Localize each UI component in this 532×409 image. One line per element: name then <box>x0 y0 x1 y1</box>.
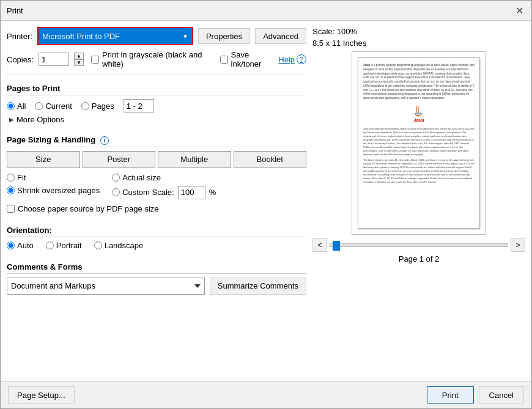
booklet-button[interactable]: Booklet <box>234 151 307 168</box>
copies-down[interactable]: ▼ <box>74 59 84 66</box>
pages-radio[interactable] <box>81 102 89 110</box>
copies-label: Copies: <box>7 55 34 64</box>
nav-slider[interactable] <box>330 243 508 247</box>
dialog-content: Printer: Microsoft Print to PDF ▼ Proper… <box>1 21 531 381</box>
nav-row: < > <box>312 238 525 252</box>
copies-spinner: ▲ ▼ <box>74 53 84 66</box>
pages-title: Pages to Print <box>7 84 306 95</box>
fit-radio[interactable] <box>7 174 15 182</box>
comments-forms-section: Comments & Forms Document and Markups Do… <box>7 260 306 295</box>
paper-source-label[interactable]: Choose paper source by PDF page size <box>7 204 306 213</box>
help-icon: ? <box>297 54 306 64</box>
scale-text: Scale: 100% <box>312 27 357 36</box>
summarize-comments-button[interactable]: Summarize Comments <box>210 278 306 295</box>
pages-radio-label[interactable]: Pages <box>81 101 114 111</box>
copies-row: ▲ ▼ <box>39 53 84 66</box>
java-text-logo: Java <box>413 117 424 123</box>
grayscale-label[interactable]: Print in grayscale (black and white) <box>91 50 207 68</box>
landscape-radio[interactable] <box>94 241 102 249</box>
copies-up[interactable]: ▲ <box>74 53 84 59</box>
current-radio[interactable] <box>35 102 43 110</box>
shrink-radio-label[interactable]: Shrink oversized pages <box>7 186 100 195</box>
orientation-section: Orientation: Auto Portrait Landscape <box>7 223 306 250</box>
divider-1 <box>7 75 306 75</box>
actual-size-radio-label[interactable]: Actual size <box>112 173 216 182</box>
comments-forms-select[interactable]: Document and Markups Document Document a… <box>7 278 205 295</box>
page-setup-button[interactable]: Page Setup... <box>8 386 75 403</box>
fit-radio-label[interactable]: Fit <box>7 173 100 182</box>
right-panel: Scale: 100% 8.5 x 11 Inches Java is a ge… <box>312 27 525 375</box>
custom-scale-radio-label[interactable]: Custom Scale: <box>112 188 174 197</box>
custom-scale-input[interactable] <box>178 186 205 199</box>
printer-label: Printer: <box>7 32 32 41</box>
paper-source: Choose paper source by PDF page size <box>7 204 306 213</box>
left-panel: Printer: Microsoft Print to PDF ▼ Proper… <box>7 27 306 375</box>
help-link[interactable]: Help ? <box>278 54 306 64</box>
printer-select[interactable]: Microsoft Print to PDF <box>39 28 179 44</box>
custom-scale-radio[interactable] <box>112 188 120 196</box>
auto-radio[interactable] <box>7 241 15 249</box>
cf-row: Document and Markups Document Document a… <box>7 278 306 295</box>
pages-range-input[interactable] <box>124 99 154 112</box>
printer-dropdown-arrow[interactable]: ▼ <box>179 28 192 44</box>
custom-scale-row: Custom Scale: % <box>112 186 216 199</box>
nav-thumb <box>333 241 340 251</box>
java-cup-icon <box>412 105 426 117</box>
bottom-bar: Page Setup... Print Cancel <box>1 381 531 408</box>
preview-container: Java is a general-purpose programming la… <box>352 51 486 235</box>
java-logo: Java <box>363 105 475 123</box>
multiple-button[interactable]: Multiple <box>158 151 231 168</box>
dialog-title: Print <box>7 6 23 15</box>
save-ink-label[interactable]: Save ink/toner <box>220 50 274 68</box>
portrait-radio[interactable] <box>46 241 54 249</box>
portrait-radio-label[interactable]: Portrait <box>46 241 82 250</box>
more-options[interactable]: ▶ More Options <box>9 115 306 124</box>
print-dialog: Print ✕ Printer: Microsoft Print to PDF … <box>0 0 532 409</box>
sizing-buttons: Size Poster Multiple Booklet <box>7 151 306 168</box>
current-radio-label[interactable]: Current <box>35 101 72 111</box>
bottom-buttons: Print Cancel <box>427 386 524 403</box>
sizing-col-right: Actual size Custom Scale: % <box>112 173 216 199</box>
next-page-button[interactable]: > <box>511 238 525 252</box>
page-size-text: 8.5 x 11 Inches <box>312 39 366 48</box>
auto-radio-label[interactable]: Auto <box>7 241 34 250</box>
comments-forms-title: Comments & Forms <box>7 262 306 274</box>
page-sizing-title: Page Sizing & Handling i <box>7 135 306 147</box>
advanced-button[interactable]: Advanced <box>255 28 306 44</box>
print-button[interactable]: Print <box>427 386 474 403</box>
landscape-radio-label[interactable]: Landscape <box>94 241 144 250</box>
save-ink-checkbox[interactable] <box>220 56 228 64</box>
sizing-options: Fit Shrink oversized pages Actual size <box>7 173 306 199</box>
grayscale-checkbox[interactable] <box>91 56 99 64</box>
pages-section: Pages to Print All Current Pages <box>7 81 306 124</box>
sizing-col-left: Fit Shrink oversized pages <box>7 173 100 199</box>
pages-row: All Current Pages <box>7 99 306 112</box>
title-bar: Print ✕ <box>1 1 531 21</box>
scale-unit: % <box>209 188 216 197</box>
printer-select-wrapper: Microsoft Print to PDF ▼ <box>37 27 193 45</box>
close-button[interactable]: ✕ <box>513 4 525 17</box>
orientation-row: Auto Portrait Landscape <box>7 241 306 250</box>
page-sizing-section: Page Sizing & Handling i Size Poster Mul… <box>7 133 306 213</box>
page-count: Page 1 of 2 <box>399 254 440 263</box>
paper-source-checkbox[interactable] <box>7 205 15 213</box>
orientation-title: Orientation: <box>7 226 306 237</box>
print-options: Print in grayscale (black and white) Sav… <box>91 50 273 68</box>
poster-button[interactable]: Poster <box>83 151 156 168</box>
more-options-arrow: ▶ <box>9 116 14 123</box>
all-radio-label[interactable]: All <box>7 101 26 111</box>
printer-row: Printer: Microsoft Print to PDF ▼ Proper… <box>7 27 306 45</box>
shrink-radio[interactable] <box>7 186 15 194</box>
preview-page: Java is a general-purpose programming la… <box>358 57 480 229</box>
properties-button[interactable]: Properties <box>198 28 250 44</box>
size-button[interactable]: Size <box>7 151 80 168</box>
page-sizing-info-icon[interactable]: i <box>100 136 109 145</box>
all-radio[interactable] <box>7 102 15 110</box>
options-row: Copies: ▲ ▼ Print in grayscale (black an… <box>7 50 306 68</box>
prev-page-button[interactable]: < <box>312 238 327 252</box>
copies-input[interactable] <box>39 53 69 66</box>
cancel-button[interactable]: Cancel <box>479 386 524 403</box>
actual-size-radio[interactable] <box>112 174 120 182</box>
